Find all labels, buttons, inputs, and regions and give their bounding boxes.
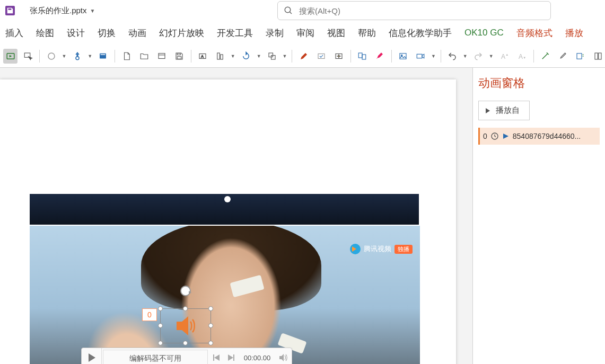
tab-ok10[interactable]: OK10 GC (464, 28, 504, 38)
tab-draw[interactable]: 绘图 (36, 27, 54, 39)
new-file-button[interactable] (119, 49, 134, 64)
resize-handle[interactable] (158, 323, 163, 328)
pen-button[interactable] (296, 49, 311, 64)
align-dropdown-icon[interactable]: ▼ (231, 54, 236, 59)
animation-pane: 动画窗格 播放自 0 854087679d44660... (472, 68, 605, 364)
search-input[interactable] (299, 6, 550, 15)
svg-text:A: A (501, 52, 505, 60)
tab-animation[interactable]: 动画 (128, 27, 146, 39)
video-watermark: 腾讯视频 独播 (350, 244, 413, 254)
video-button[interactable] (414, 49, 428, 64)
rotate-button[interactable] (239, 49, 253, 64)
svg-rect-17 (269, 53, 273, 57)
svg-rect-12 (177, 56, 181, 59)
font-increase-button[interactable]: A▲ (497, 49, 511, 64)
watermark-text: 腾讯视频 (364, 244, 391, 254)
shape-dropdown-icon[interactable]: ▼ (62, 54, 67, 59)
rotate-dropdown-icon[interactable]: ▼ (257, 54, 262, 59)
font-decrease-button[interactable]: A▼ (515, 49, 529, 64)
slide-canvas[interactable]: 腾讯视频 独播 LET'S GIVE YOU POWER 赐予你力量 0 (0, 68, 472, 364)
align-button[interactable] (213, 49, 227, 64)
tab-devtools[interactable]: 开发工具 (217, 27, 253, 39)
textbox-button[interactable]: A (196, 49, 210, 64)
arrange-button[interactable] (265, 49, 279, 64)
clock-icon (490, 132, 499, 140)
next-button[interactable] (224, 354, 239, 361)
svg-rect-25 (417, 54, 423, 58)
window-button[interactable] (154, 49, 169, 64)
svg-text:A: A (519, 52, 523, 60)
audio-object-selection[interactable] (160, 308, 211, 343)
reading-view-button[interactable] (96, 49, 110, 64)
resize-handle[interactable] (208, 306, 213, 311)
svg-rect-22 (362, 55, 366, 59)
tab-audio-format[interactable]: 音频格式 (516, 27, 553, 39)
svg-rect-18 (271, 55, 275, 59)
resize-handle[interactable] (183, 306, 188, 311)
wand-button[interactable] (538, 49, 553, 64)
eyedropper-button[interactable] (556, 49, 570, 64)
arrange-dropdown-icon[interactable]: ▼ (282, 54, 287, 59)
resize-handle[interactable] (158, 306, 163, 311)
search-icon (278, 6, 299, 15)
prev-button[interactable] (209, 354, 224, 361)
translate-button[interactable] (355, 49, 370, 64)
rotation-handle[interactable] (180, 286, 191, 296)
highlighter-button[interactable] (373, 49, 387, 64)
animation-list-item[interactable]: 0 854087679d44660... (478, 128, 600, 145)
title-dropdown-icon[interactable]: ▼ (90, 8, 95, 14)
tab-record[interactable]: 录制 (266, 27, 284, 39)
play-from-button[interactable]: 播放自 (478, 101, 530, 120)
tab-help[interactable]: 帮助 (358, 27, 376, 39)
effects-button[interactable] (314, 49, 328, 64)
svg-rect-7 (100, 53, 106, 58)
undo-dropdown-icon[interactable]: ▼ (463, 54, 468, 59)
preview-select-button[interactable] (21, 49, 35, 64)
change-shape-button[interactable] (70, 49, 84, 64)
animation-item-sequence: 0 (483, 132, 487, 140)
tab-design[interactable]: 设计 (67, 27, 85, 39)
tab-teaching[interactable]: 信息化教学助手 (389, 27, 452, 39)
undo-button[interactable] (445, 49, 460, 64)
audio-player-bar: 编解码器不可用 00:00.00 (81, 348, 292, 364)
redo-button[interactable] (471, 49, 486, 64)
svg-rect-35 (213, 354, 214, 361)
resize-handle[interactable] (183, 341, 188, 345)
tab-insert[interactable]: 插入 (5, 27, 23, 39)
svg-marker-33 (89, 353, 95, 362)
resize-handle[interactable] (208, 323, 213, 328)
svg-point-6 (76, 56, 79, 59)
svg-marker-34 (214, 354, 220, 361)
svg-rect-37 (233, 354, 234, 361)
save-icon[interactable] (5, 6, 15, 15)
preview-button[interactable] (3, 49, 17, 64)
tab-transition[interactable]: 切换 (98, 27, 116, 39)
add-pane-button[interactable] (573, 49, 588, 64)
pane-title: 动画窗格 (478, 75, 600, 91)
tab-view[interactable]: 视图 (327, 27, 345, 39)
resize-handle[interactable] (158, 341, 163, 345)
resize-handle[interactable] (208, 341, 213, 345)
sparkle-button[interactable] (331, 49, 346, 64)
open-file-button[interactable] (137, 49, 151, 64)
tab-playback[interactable]: 播放 (565, 27, 583, 39)
tab-review[interactable]: 审阅 (296, 27, 314, 39)
video-dropdown-icon[interactable]: ▼ (431, 54, 436, 59)
svg-rect-32 (598, 53, 601, 59)
play-button[interactable] (82, 348, 102, 364)
save-button[interactable] (172, 49, 186, 64)
picture-button[interactable] (396, 49, 410, 64)
redo-dropdown-icon[interactable]: ▼ (489, 54, 494, 59)
svg-text:A: A (201, 54, 204, 59)
shape-button[interactable] (44, 49, 58, 64)
play-trigger-icon (502, 132, 510, 140)
layout-button[interactable] (591, 49, 605, 64)
volume-button[interactable] (276, 353, 292, 362)
svg-rect-19 (318, 54, 325, 58)
tab-slideshow[interactable]: 幻灯片放映 (159, 27, 204, 39)
search-box[interactable] (277, 1, 551, 20)
svg-rect-23 (400, 53, 406, 59)
animation-sequence-badge[interactable]: 0 (142, 308, 157, 321)
svg-marker-40 (503, 134, 508, 139)
change-shape-dropdown-icon[interactable]: ▼ (87, 54, 93, 59)
